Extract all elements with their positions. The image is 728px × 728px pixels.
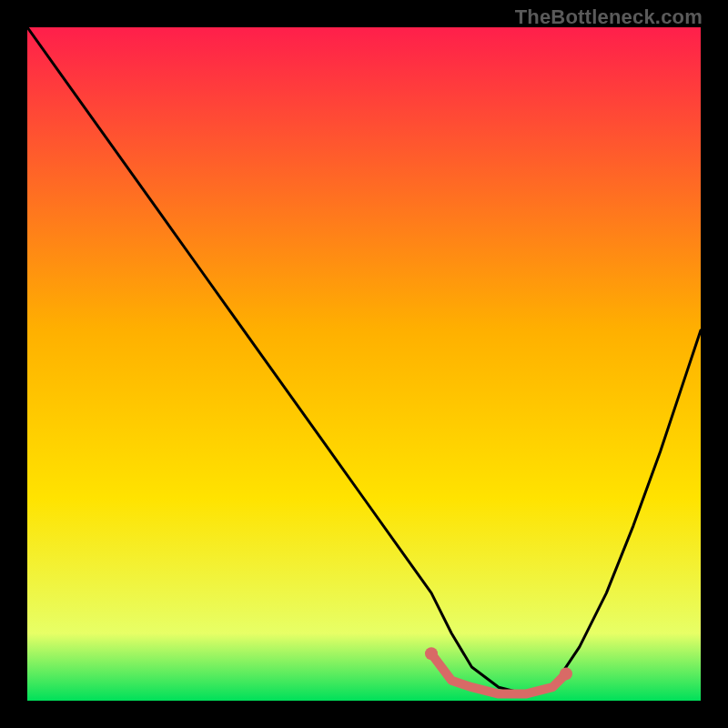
watermark-text: TheBottleneck.com	[515, 5, 703, 29]
gradient-background	[27, 27, 701, 701]
plot-svg	[27, 27, 701, 701]
plot-area	[27, 27, 701, 701]
optimal-marker-right	[560, 667, 572, 680]
optimal-marker-left	[425, 647, 438, 660]
chart-frame: TheBottleneck.com	[0, 0, 728, 728]
